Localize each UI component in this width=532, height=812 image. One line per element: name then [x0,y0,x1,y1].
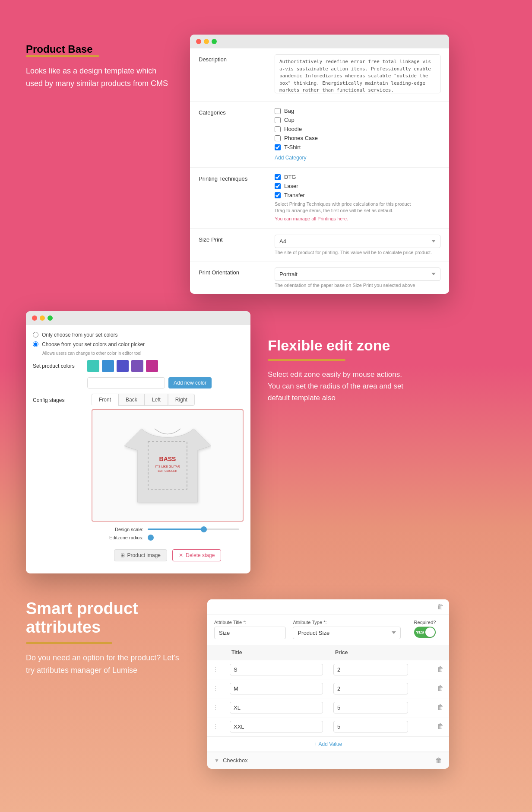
description-textarea[interactable]: Authoritatively redefine error-free tota… [275,54,440,93]
product-image-button[interactable]: ⊞ Product image [114,549,167,561]
col-price: Price [328,645,432,660]
delete-cell-s: 🗑 [432,660,449,679]
editzone-thumb[interactable] [148,535,154,541]
price-input-m[interactable] [333,683,408,694]
category-tshirt: T-Shirt [275,144,440,150]
category-tshirt-checkbox[interactable] [275,144,281,150]
color-swatch-magenta[interactable] [146,360,158,372]
color-hint: Allows users can change to other color i… [42,351,244,356]
category-tshirt-label: T-Shirt [284,144,301,150]
attr-values-table: Title Price ⋮ 🗑 ⋮ [207,645,449,736]
color-swatch-blue[interactable] [102,360,114,372]
attr-delete-button[interactable]: 🗑 [437,603,444,611]
size-print-select[interactable]: A4 [275,235,440,248]
size-print-label: Size Print [199,235,268,243]
title-underline [26,55,99,57]
design-scale-fill [148,529,203,530]
add-value-button[interactable]: + Add Value [207,737,449,751]
required-toggle[interactable]: YES [414,627,436,638]
color-radio-1[interactable] [33,332,38,338]
config-stages-label: Config stages [33,394,85,403]
title-input-m[interactable] [230,683,323,694]
categories-label: Categories [199,108,268,116]
title-input-s[interactable] [230,664,323,675]
product-base-window: Description Authoritatively redefine err… [190,35,449,294]
size-print-hint: The site of product for printing. This v… [275,250,440,255]
categories-row: Categories Bag Cup Hoodie [190,102,449,168]
x-icon: ✕ [179,552,183,558]
chevron-down-icon: ▼ [214,758,219,764]
drag-handle-icon[interactable]: ⋮ [212,666,218,673]
printing-link[interactable]: You can manage all Printings here. [275,216,348,221]
printing-dtg-checkbox[interactable] [275,174,281,180]
design-scale-track[interactable] [148,529,239,530]
flexible-description: Select edit zone easily by mouse actions… [268,369,415,404]
title-input-xxl[interactable] [230,721,323,732]
color-text-input[interactable] [87,377,165,388]
color-swatch-teal[interactable] [87,360,99,372]
attr-title-input[interactable] [214,627,286,639]
category-hoodie-checkbox[interactable] [275,126,281,132]
product-base-text: Product Base Looks like as a design temp… [26,35,173,90]
tshirt-canvas: BASS IT'S LIKE GUITAR BUT COOLER [92,409,244,522]
price-input-s[interactable] [333,664,408,675]
design-scale-thumb[interactable] [201,526,207,532]
table-row: ⋮ 🗑 [207,660,449,679]
delete-stage-button[interactable]: ✕ Delete stage [172,549,221,561]
main-layout: Product Base Looks like as a design temp… [0,0,532,786]
attr-title-label-text: Attribute Title *: [214,620,247,625]
dot-yellow [204,39,209,44]
printing-value: DTG Laser Transfer Select Printing Techn… [275,174,440,222]
color-radio-2[interactable] [33,341,38,347]
delete-row-m[interactable]: 🗑 [437,685,444,692]
editor-content: Only choose from your set colors Choose … [26,325,250,573]
product-image-label: Product image [127,552,161,558]
add-category-link[interactable]: Add Category [275,155,306,161]
color-swatch-purple[interactable] [131,360,143,372]
delete-row-s[interactable]: 🗑 [437,666,444,673]
editzone-row: Editzone radius: [92,535,244,541]
add-color-button[interactable]: Add new color [168,377,212,388]
color-swatch-indigo[interactable] [117,360,129,372]
printing-laser-checkbox[interactable] [275,183,281,189]
print-orientation-select[interactable]: Portrait [275,267,440,281]
category-hoodie: Hoodie [275,126,440,132]
category-phones-case: Phones Case [275,135,440,141]
dot-green [212,39,217,44]
printing-transfer-checkbox[interactable] [275,192,281,198]
attr-table-body: ⋮ 🗑 ⋮ 🗑 ⋮ [207,660,449,736]
drag-handle-cell: ⋮ [207,717,225,736]
drag-handle-icon[interactable]: ⋮ [212,704,218,711]
printing-label: Printing Techniques [199,174,268,182]
category-phones-case-label: Phones Case [284,135,318,141]
stages-container: Front Back Left Right [92,394,244,567]
price-input-xxl[interactable] [333,721,408,732]
color-option-2: Choose from your set colors and color pi… [33,341,244,347]
drag-handle-icon[interactable]: ⋮ [212,685,218,692]
delete-cell-xl: 🗑 [432,698,449,717]
tab-back[interactable]: Back [118,394,145,406]
delete-stage-label: Delete stage [186,552,215,558]
attr-title-group: Attribute Title *: [214,620,286,639]
tab-right[interactable]: Right [168,394,195,406]
category-phones-case-checkbox[interactable] [275,135,281,141]
attr-table-header-row: Title Price [207,645,449,660]
category-cup-checkbox[interactable] [275,117,281,123]
smart-title: Smart product attributes [26,599,181,637]
tab-front[interactable]: Front [92,394,118,406]
col-drag [207,645,225,660]
table-row: ⋮ 🗑 [207,717,449,736]
tshirt-wrapper: BASS IT'S LIKE GUITAR BUT COOLER [124,416,211,515]
shirt-text-line3: BUT COOLER [158,469,177,472]
checkbox-delete-button[interactable]: 🗑 [435,757,442,764]
category-bag-checkbox[interactable] [275,108,281,114]
delete-row-xl[interactable]: 🗑 [437,704,444,711]
checkbox-row-left: ▼ Checkbox [214,757,248,764]
drag-handle-icon[interactable]: ⋮ [212,723,218,730]
price-input-xl[interactable] [333,702,408,713]
tab-left[interactable]: Left [145,394,168,406]
required-label: Required? [408,620,442,625]
attr-type-select[interactable]: Product Size [293,627,401,639]
title-input-xl[interactable] [230,702,323,713]
delete-row-xxl[interactable]: 🗑 [437,723,444,730]
